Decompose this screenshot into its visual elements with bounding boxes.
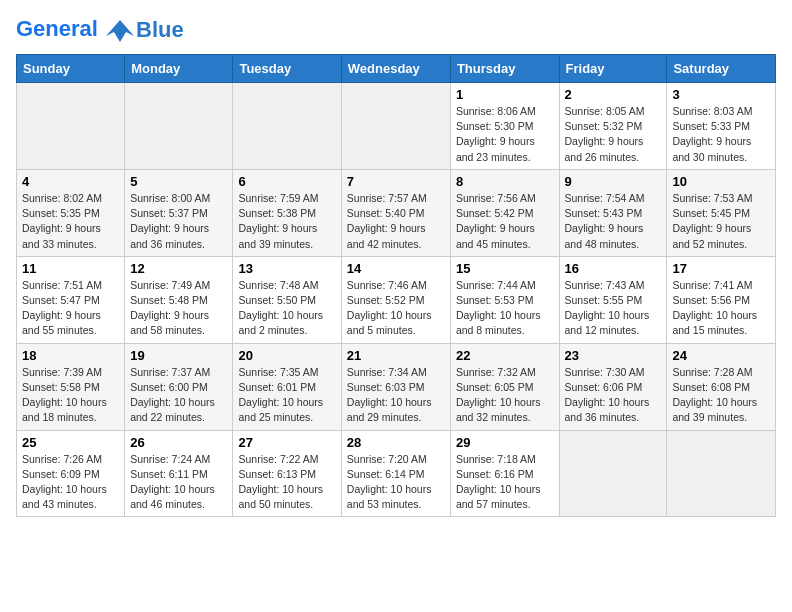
day-info: Sunrise: 7:18 AMSunset: 6:16 PMDaylight:… [456,452,554,513]
week-row-2: 4Sunrise: 8:02 AMSunset: 5:35 PMDaylight… [17,169,776,256]
calendar-cell: 16Sunrise: 7:43 AMSunset: 5:55 PMDayligh… [559,256,667,343]
logo-bird-icon [106,16,134,44]
calendar-cell [17,83,125,170]
calendar-cell: 11Sunrise: 7:51 AMSunset: 5:47 PMDayligh… [17,256,125,343]
weekday-header-sunday: Sunday [17,55,125,83]
calendar-cell: 21Sunrise: 7:34 AMSunset: 6:03 PMDayligh… [341,343,450,430]
day-info: Sunrise: 7:56 AMSunset: 5:42 PMDaylight:… [456,191,554,252]
calendar-cell: 4Sunrise: 8:02 AMSunset: 5:35 PMDaylight… [17,169,125,256]
calendar-cell: 12Sunrise: 7:49 AMSunset: 5:48 PMDayligh… [125,256,233,343]
day-info: Sunrise: 7:51 AMSunset: 5:47 PMDaylight:… [22,278,119,339]
day-number: 6 [238,174,335,189]
calendar-cell: 24Sunrise: 7:28 AMSunset: 6:08 PMDayligh… [667,343,776,430]
day-number: 3 [672,87,770,102]
calendar-cell: 29Sunrise: 7:18 AMSunset: 6:16 PMDayligh… [450,430,559,517]
calendar-cell: 19Sunrise: 7:37 AMSunset: 6:00 PMDayligh… [125,343,233,430]
weekday-header-wednesday: Wednesday [341,55,450,83]
day-number: 17 [672,261,770,276]
calendar-cell [341,83,450,170]
day-info: Sunrise: 7:53 AMSunset: 5:45 PMDaylight:… [672,191,770,252]
calendar-cell: 10Sunrise: 7:53 AMSunset: 5:45 PMDayligh… [667,169,776,256]
week-row-5: 25Sunrise: 7:26 AMSunset: 6:09 PMDayligh… [17,430,776,517]
day-number: 25 [22,435,119,450]
day-info: Sunrise: 8:02 AMSunset: 5:35 PMDaylight:… [22,191,119,252]
day-number: 16 [565,261,662,276]
weekday-header-row: SundayMondayTuesdayWednesdayThursdayFrid… [17,55,776,83]
calendar-cell: 14Sunrise: 7:46 AMSunset: 5:52 PMDayligh… [341,256,450,343]
calendar-cell: 26Sunrise: 7:24 AMSunset: 6:11 PMDayligh… [125,430,233,517]
weekday-header-saturday: Saturday [667,55,776,83]
day-number: 21 [347,348,445,363]
day-number: 13 [238,261,335,276]
calendar-cell [667,430,776,517]
day-number: 9 [565,174,662,189]
day-number: 10 [672,174,770,189]
day-info: Sunrise: 7:48 AMSunset: 5:50 PMDaylight:… [238,278,335,339]
day-info: Sunrise: 7:37 AMSunset: 6:00 PMDaylight:… [130,365,227,426]
calendar-cell: 7Sunrise: 7:57 AMSunset: 5:40 PMDaylight… [341,169,450,256]
day-info: Sunrise: 7:34 AMSunset: 6:03 PMDaylight:… [347,365,445,426]
day-info: Sunrise: 8:05 AMSunset: 5:32 PMDaylight:… [565,104,662,165]
calendar-cell: 28Sunrise: 7:20 AMSunset: 6:14 PMDayligh… [341,430,450,517]
day-info: Sunrise: 7:49 AMSunset: 5:48 PMDaylight:… [130,278,227,339]
day-number: 20 [238,348,335,363]
day-number: 24 [672,348,770,363]
day-info: Sunrise: 7:30 AMSunset: 6:06 PMDaylight:… [565,365,662,426]
day-info: Sunrise: 7:32 AMSunset: 6:05 PMDaylight:… [456,365,554,426]
calendar-cell: 8Sunrise: 7:56 AMSunset: 5:42 PMDaylight… [450,169,559,256]
day-info: Sunrise: 7:44 AMSunset: 5:53 PMDaylight:… [456,278,554,339]
calendar-cell [125,83,233,170]
day-number: 28 [347,435,445,450]
day-info: Sunrise: 7:26 AMSunset: 6:09 PMDaylight:… [22,452,119,513]
week-row-4: 18Sunrise: 7:39 AMSunset: 5:58 PMDayligh… [17,343,776,430]
calendar-cell: 6Sunrise: 7:59 AMSunset: 5:38 PMDaylight… [233,169,341,256]
day-number: 18 [22,348,119,363]
day-info: Sunrise: 7:35 AMSunset: 6:01 PMDaylight:… [238,365,335,426]
day-info: Sunrise: 7:57 AMSunset: 5:40 PMDaylight:… [347,191,445,252]
day-number: 4 [22,174,119,189]
calendar-cell: 22Sunrise: 7:32 AMSunset: 6:05 PMDayligh… [450,343,559,430]
day-info: Sunrise: 8:03 AMSunset: 5:33 PMDaylight:… [672,104,770,165]
calendar-cell: 15Sunrise: 7:44 AMSunset: 5:53 PMDayligh… [450,256,559,343]
day-info: Sunrise: 7:20 AMSunset: 6:14 PMDaylight:… [347,452,445,513]
week-row-1: 1Sunrise: 8:06 AMSunset: 5:30 PMDaylight… [17,83,776,170]
weekday-header-thursday: Thursday [450,55,559,83]
day-number: 27 [238,435,335,450]
calendar-cell: 13Sunrise: 7:48 AMSunset: 5:50 PMDayligh… [233,256,341,343]
calendar-cell: 18Sunrise: 7:39 AMSunset: 5:58 PMDayligh… [17,343,125,430]
day-info: Sunrise: 7:28 AMSunset: 6:08 PMDaylight:… [672,365,770,426]
day-number: 8 [456,174,554,189]
calendar-cell: 20Sunrise: 7:35 AMSunset: 6:01 PMDayligh… [233,343,341,430]
day-info: Sunrise: 7:46 AMSunset: 5:52 PMDaylight:… [347,278,445,339]
day-number: 23 [565,348,662,363]
day-number: 19 [130,348,227,363]
day-info: Sunrise: 7:59 AMSunset: 5:38 PMDaylight:… [238,191,335,252]
header: General Blue [16,16,776,44]
day-number: 1 [456,87,554,102]
calendar-table: SundayMondayTuesdayWednesdayThursdayFrid… [16,54,776,517]
day-info: Sunrise: 7:39 AMSunset: 5:58 PMDaylight:… [22,365,119,426]
day-number: 7 [347,174,445,189]
calendar-cell: 1Sunrise: 8:06 AMSunset: 5:30 PMDaylight… [450,83,559,170]
day-info: Sunrise: 7:43 AMSunset: 5:55 PMDaylight:… [565,278,662,339]
logo-general: General [16,16,98,41]
day-number: 22 [456,348,554,363]
day-info: Sunrise: 7:41 AMSunset: 5:56 PMDaylight:… [672,278,770,339]
logo-blue: Blue [136,17,184,43]
calendar-cell: 2Sunrise: 8:05 AMSunset: 5:32 PMDaylight… [559,83,667,170]
day-number: 26 [130,435,227,450]
weekday-header-monday: Monday [125,55,233,83]
day-number: 29 [456,435,554,450]
svg-marker-0 [106,20,134,42]
calendar-cell: 5Sunrise: 8:00 AMSunset: 5:37 PMDaylight… [125,169,233,256]
day-number: 5 [130,174,227,189]
calendar-cell: 27Sunrise: 7:22 AMSunset: 6:13 PMDayligh… [233,430,341,517]
day-number: 11 [22,261,119,276]
day-number: 14 [347,261,445,276]
day-info: Sunrise: 7:54 AMSunset: 5:43 PMDaylight:… [565,191,662,252]
calendar-cell: 17Sunrise: 7:41 AMSunset: 5:56 PMDayligh… [667,256,776,343]
weekday-header-friday: Friday [559,55,667,83]
day-info: Sunrise: 8:00 AMSunset: 5:37 PMDaylight:… [130,191,227,252]
day-number: 12 [130,261,227,276]
day-info: Sunrise: 8:06 AMSunset: 5:30 PMDaylight:… [456,104,554,165]
